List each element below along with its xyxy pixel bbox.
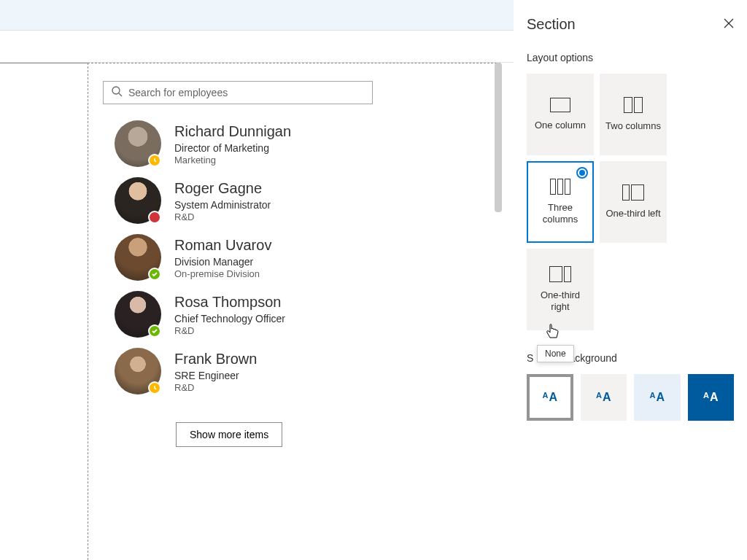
background-options: A A A A xyxy=(527,374,734,421)
employee-name: Frank Brown xyxy=(174,349,257,368)
employee-title: Division Manager xyxy=(174,256,271,268)
avatar xyxy=(115,177,161,224)
employee-title: SRE Engineer xyxy=(174,370,257,381)
employee-title: System Administrator xyxy=(174,199,271,211)
employee-title: Director of Marketing xyxy=(174,142,291,154)
layout-one-column[interactable]: One column xyxy=(527,74,594,155)
employee-dept: R&D xyxy=(174,211,271,222)
presence-busy-icon xyxy=(148,211,161,224)
svg-point-2 xyxy=(112,87,120,94)
layout-two-columns[interactable]: Two columns xyxy=(600,74,667,155)
search-input[interactable] xyxy=(128,87,365,98)
employee-dept: R&D xyxy=(174,382,257,393)
text-sample-icon: A xyxy=(596,391,611,404)
layout-three-columns[interactable]: Three columns xyxy=(527,161,594,243)
canvas-zone-left[interactable] xyxy=(0,63,88,560)
svg-line-3 xyxy=(119,93,122,96)
one-third-right-icon xyxy=(549,266,571,282)
two-columns-icon xyxy=(624,97,643,113)
employee-list: Richard Dunnigan Director of Marketing M… xyxy=(115,120,486,394)
employee-item[interactable]: Roman Uvarov Division Manager On-premise… xyxy=(115,234,486,281)
layout-one-third-left[interactable]: One-third left xyxy=(600,161,667,243)
text-sample-icon: A xyxy=(543,391,558,404)
one-third-left-icon xyxy=(622,184,644,201)
presence-away-icon xyxy=(148,381,161,394)
employee-name: Richard Dunnigan xyxy=(174,122,291,141)
tooltip: None xyxy=(537,345,574,362)
avatar xyxy=(115,234,161,281)
employee-item[interactable]: Frank Brown SRE Engineer R&D xyxy=(115,348,486,394)
canvas-area: Richard Dunnigan Director of Marketing M… xyxy=(0,63,500,560)
three-columns-icon xyxy=(550,179,570,195)
section-properties-panel: Section Layout options One column Two co… xyxy=(514,0,747,560)
canvas-zone-main[interactable]: Richard Dunnigan Director of Marketing M… xyxy=(88,63,500,560)
show-more-button[interactable]: Show more items xyxy=(176,422,282,447)
layout-label: Two columns xyxy=(603,120,664,132)
employee-dept: Marketing xyxy=(174,155,291,166)
employee-dept: R&D xyxy=(174,325,285,336)
one-column-icon xyxy=(550,98,570,112)
close-panel-button[interactable] xyxy=(724,18,734,31)
avatar xyxy=(115,291,161,338)
presence-available-icon xyxy=(148,268,161,281)
layout-options-label: Layout options xyxy=(527,52,734,63)
employee-dept: On-premise Division xyxy=(174,268,271,279)
panel-title: Section xyxy=(527,16,576,33)
employee-item[interactable]: Rosa Thompson Chief Technology Officer R… xyxy=(115,291,486,338)
employee-name: Roger Gagne xyxy=(174,179,271,198)
layout-options-grid: One column Two columns Three columns xyxy=(527,74,734,330)
employee-name: Rosa Thompson xyxy=(174,292,285,311)
avatar xyxy=(115,348,161,394)
show-more-container: Show more items xyxy=(176,422,486,447)
layout-label: Three columns xyxy=(528,202,592,226)
layout-label: One-third left xyxy=(603,208,663,219)
presence-available-icon xyxy=(148,324,161,338)
background-none[interactable]: A xyxy=(527,374,573,421)
layout-label: One-third right xyxy=(528,289,592,314)
employee-item[interactable]: Richard Dunnigan Director of Marketing M… xyxy=(115,120,486,167)
background-neutral[interactable]: A xyxy=(581,374,627,421)
background-soft[interactable]: A xyxy=(634,374,680,421)
selected-radio-icon xyxy=(576,167,588,179)
search-icon xyxy=(111,85,123,100)
employee-item[interactable]: Roger Gagne System Administrator R&D xyxy=(115,177,486,224)
text-sample-icon: A xyxy=(650,391,665,404)
avatar xyxy=(115,120,161,167)
employee-search-box[interactable] xyxy=(103,81,373,104)
presence-away-icon xyxy=(148,154,161,167)
background-strong[interactable]: A xyxy=(688,374,734,421)
employee-name: Roman Uvarov xyxy=(174,236,271,254)
layout-one-third-right[interactable]: One-third right xyxy=(527,249,594,330)
scrollbar-thumb[interactable] xyxy=(495,63,502,212)
text-sample-icon: A xyxy=(703,391,719,404)
employee-title: Chief Technology Officer xyxy=(174,313,285,324)
layout-label: One column xyxy=(532,120,589,131)
